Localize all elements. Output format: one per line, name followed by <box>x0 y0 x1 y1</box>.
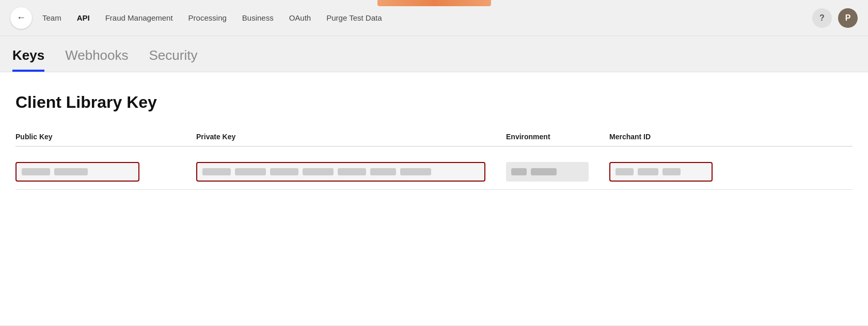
redacted-chunk <box>22 168 50 175</box>
section-title: Client Library Key <box>15 93 853 112</box>
environment-value <box>506 162 589 182</box>
header-private-key: Private Key <box>196 133 506 141</box>
redacted-chunk <box>511 168 527 175</box>
nav-item-business[interactable]: Business <box>242 13 274 22</box>
public-key-value[interactable] <box>15 162 139 182</box>
nav-item-oauth[interactable]: OAuth <box>289 13 311 22</box>
nav-item-processing[interactable]: Processing <box>188 13 227 22</box>
table-row <box>15 154 853 190</box>
cell-public-key <box>15 162 196 182</box>
redacted-chunk <box>400 168 431 175</box>
cell-private-key <box>196 162 506 182</box>
top-navigation: ← Team API Fraud Management Processing B… <box>0 0 868 36</box>
keys-table: Public Key Private Key Environment Merch… <box>15 133 853 190</box>
table-header: Public Key Private Key Environment Merch… <box>15 133 853 146</box>
merchant-id-value[interactable] <box>609 162 713 182</box>
header-merchant-id: Merchant ID <box>609 133 853 141</box>
cell-environment <box>506 162 609 182</box>
nav-item-api[interactable]: API <box>77 13 90 22</box>
redacted-chunk <box>616 168 634 175</box>
redacted-chunk <box>370 168 396 175</box>
nav-item-fraud-management[interactable]: Fraud Management <box>105 13 173 22</box>
cell-merchant-id <box>609 162 853 182</box>
main-content: Client Library Key Public Key Private Ke… <box>0 72 868 325</box>
help-button[interactable]: ? <box>812 8 832 28</box>
question-mark-icon: ? <box>819 13 825 23</box>
nav-item-team[interactable]: Team <box>42 13 61 22</box>
tab-security[interactable]: Security <box>149 47 198 72</box>
redacted-chunk <box>662 168 681 175</box>
redacted-chunk <box>638 168 658 175</box>
tab-webhooks[interactable]: Webhooks <box>65 47 128 72</box>
nav-item-purge-test-data[interactable]: Purge Test Data <box>326 13 382 22</box>
redacted-chunk <box>202 168 231 175</box>
avatar-label: P <box>845 13 851 23</box>
tab-keys[interactable]: Keys <box>12 47 44 72</box>
redacted-chunk <box>54 168 88 175</box>
header-public-key: Public Key <box>15 133 196 141</box>
back-button[interactable]: ← <box>10 7 32 29</box>
redacted-chunk <box>303 168 334 175</box>
redacted-chunk <box>270 168 298 175</box>
private-key-value[interactable] <box>196 162 485 182</box>
redacted-chunk <box>338 168 366 175</box>
nav-items: Team API Fraud Management Processing Bus… <box>42 13 812 22</box>
nav-right: ? P <box>812 8 858 28</box>
header-environment: Environment <box>506 133 609 141</box>
redacted-chunk <box>531 168 557 175</box>
orange-bar-decoration <box>377 0 491 6</box>
back-arrow-icon: ← <box>17 12 26 23</box>
avatar-button[interactable]: P <box>838 8 858 28</box>
sub-navigation: Keys Webhooks Security <box>0 36 868 72</box>
redacted-chunk <box>235 168 266 175</box>
